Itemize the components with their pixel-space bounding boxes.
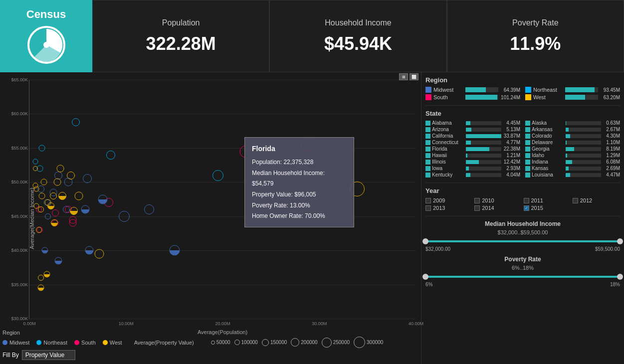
state-item-louisiana[interactable]: Louisiana 4.47M	[525, 172, 620, 178]
year-label-2013: 2013	[433, 205, 445, 211]
scatter-bubble[interactable]	[240, 145, 252, 158]
scatter-bubble[interactable]	[38, 206, 44, 212]
scatter-bubble[interactable]	[42, 247, 48, 254]
chart-icon-btn[interactable]: ⊞	[399, 73, 408, 80]
scatter-bubble[interactable]	[39, 145, 45, 151]
size-legend-label: Average(Property Value)	[134, 340, 194, 346]
state-item-delaware[interactable]: Delaware 1.10M	[525, 140, 620, 145]
chart-expand-btn[interactable]: ⬜	[410, 73, 418, 80]
year-checkbox-2015[interactable]: ✓	[524, 205, 529, 211]
scatter-bubble[interactable]	[50, 192, 57, 199]
scatter-bubble[interactable]	[67, 172, 75, 180]
scatter-bubble[interactable]	[106, 151, 115, 160]
year-checkbox-2014[interactable]	[474, 205, 480, 211]
region-bar-container	[565, 95, 598, 100]
state-item-connecticut[interactable]: Connecticut 4.77M	[425, 140, 520, 145]
scatter-bubble[interactable]	[70, 207, 78, 215]
scatter-bubble[interactable]	[74, 191, 83, 200]
state-item-colorado[interactable]: Colorado 4.30M	[525, 133, 620, 139]
scatter-bubble[interactable]	[301, 138, 315, 152]
state-item-arkansas[interactable]: Arkansas 2.67M	[525, 127, 620, 132]
state-item-indiana[interactable]: Indiana 6.08M	[525, 159, 620, 165]
scatter-bubble[interactable]	[41, 179, 47, 185]
state-item-georgia[interactable]: Georgia 8.19M	[525, 146, 620, 152]
scatter-bubble[interactable]	[98, 194, 108, 204]
state-item-idaho[interactable]: Idaho 1.29M	[525, 153, 620, 158]
region-item-northeast[interactable]: Northeast 93.45M	[525, 87, 620, 93]
kpi-population-label: Population	[162, 18, 200, 27]
poverty-slider[interactable]	[425, 273, 620, 281]
scatter-bubble[interactable]	[51, 219, 58, 226]
region-item-west[interactable]: West 63.20M	[525, 94, 620, 100]
year-checkbox-2009[interactable]	[425, 198, 431, 203]
scatter-bubble[interactable]	[38, 285, 44, 291]
scatter-bubble[interactable]	[144, 204, 154, 214]
state-name: Kansas	[532, 166, 564, 171]
scatter-bubble[interactable]	[212, 170, 223, 181]
income-slider[interactable]	[425, 237, 620, 245]
scatter-bubble[interactable]	[52, 209, 59, 216]
state-item-kentucky[interactable]: Kentucky 4.04M	[425, 172, 520, 178]
kpi-income: Household Income $45.94K	[269, 0, 446, 72]
state-color	[425, 134, 430, 139]
year-checkbox-2012[interactable]	[573, 198, 578, 203]
year-item-2013[interactable]: 2013	[425, 205, 473, 211]
poverty-slider-handle-left[interactable]	[422, 274, 428, 280]
scatter-bubble[interactable]	[57, 165, 64, 172]
income-slider-handle-right[interactable]	[617, 238, 623, 244]
scatter-bubble[interactable]	[32, 159, 38, 165]
year-item-2012[interactable]: 2012	[573, 197, 620, 203]
scatter-bubble[interactable]	[83, 174, 92, 183]
state-item-hawaii[interactable]: Hawaii 1.21M	[425, 153, 520, 158]
scatter-bubble[interactable]	[69, 216, 77, 223]
scatter-bubble[interactable]	[39, 192, 45, 199]
scatter-bubble[interactable]	[169, 245, 180, 256]
state-item-arizona[interactable]: Arizona 5.13M	[425, 127, 520, 132]
state-value: 2.93M	[503, 166, 520, 171]
fill-by-select[interactable]: Property Value Population Poverty Rate	[22, 350, 75, 360]
scatter-bubble[interactable]	[81, 205, 90, 214]
income-slider-handle-left[interactable]	[422, 238, 428, 244]
state-item-kansas[interactable]: Kansas 2.69M	[525, 166, 620, 171]
scatter-bubble[interactable]	[94, 249, 104, 258]
state-name: California	[432, 133, 464, 139]
scatter-bubble[interactable]	[55, 257, 62, 264]
region-item-midwest[interactable]: Midwest 64.39M	[425, 87, 520, 93]
scatter-bubble[interactable]	[36, 227, 42, 233]
scatter-bubble[interactable]	[54, 179, 61, 186]
scatter-bubble[interactable]	[45, 213, 51, 219]
scatter-bubble[interactable]	[33, 166, 38, 171]
state-item-florida[interactable]: Florida 22.38M	[425, 146, 520, 152]
scatter-bubble[interactable]	[85, 246, 94, 255]
state-item-iowa[interactable]: Iowa 2.93M	[425, 166, 520, 171]
scatter-bubble[interactable]	[72, 118, 80, 126]
year-item-2009[interactable]: 2009	[425, 197, 473, 203]
scatter-bubble[interactable]	[38, 275, 44, 281]
state-item-alaska[interactable]: Alaska 0.63M	[525, 120, 620, 126]
region-bar	[465, 87, 486, 92]
scatter-bubble[interactable]	[47, 202, 54, 209]
scatter-bubble[interactable]	[33, 203, 39, 209]
scatter-bubble[interactable]	[350, 182, 365, 196]
legend-west: West	[103, 340, 122, 346]
scatter-bubble[interactable]	[119, 211, 130, 222]
state-item-alabama[interactable]: Alabama 4.45M	[425, 120, 520, 126]
year-item-2011[interactable]: 2011	[524, 197, 571, 203]
year-item-2015[interactable]: ✓ 2015	[524, 205, 571, 211]
year-checkbox-2011[interactable]	[524, 198, 529, 203]
year-item-2014[interactable]: 2014	[474, 205, 522, 211]
scatter-bubble[interactable]	[58, 192, 66, 200]
year-item-2010[interactable]: 2010	[474, 197, 522, 203]
region-item-south[interactable]: South 101.24M	[425, 94, 520, 100]
state-item-illinois[interactable]: Illinois 12.42M	[425, 159, 520, 165]
year-checkbox-2010[interactable]	[474, 198, 480, 203]
state-color	[425, 166, 430, 171]
state-item-california[interactable]: California 33.87M	[425, 133, 520, 139]
state-bar-container	[466, 147, 501, 151]
scatter-bubble[interactable]	[37, 165, 43, 172]
scatter-bubble[interactable]	[43, 271, 50, 278]
scatter-bubble[interactable]	[32, 183, 38, 188]
poverty-slider-handle-right[interactable]	[617, 274, 623, 280]
year-checkbox-2013[interactable]	[425, 205, 431, 211]
state-name: Illinois	[432, 159, 464, 165]
